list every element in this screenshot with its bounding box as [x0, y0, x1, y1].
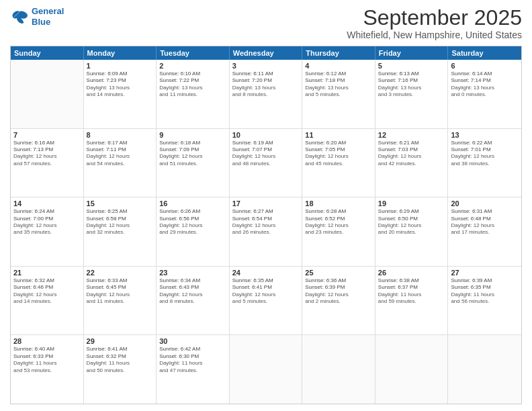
day-number: 28 [13, 337, 81, 345]
calendar-cell: 11Sunrise: 6:20 AMSunset: 7:05 PMDayligh… [302, 129, 375, 197]
daylight-text2: and 42 minutes. [378, 161, 445, 167]
calendar-cell: 1Sunrise: 6:09 AMSunset: 7:23 PMDaylight… [84, 60, 157, 128]
daylight-text: Daylight: 12 hours [305, 222, 372, 229]
sunset-text: Sunset: 7:23 PM [87, 77, 154, 84]
calendar-cell: 16Sunrise: 6:26 AMSunset: 6:56 PMDayligh… [157, 197, 230, 266]
daylight-text: Daylight: 12 hours [87, 153, 154, 160]
sunset-text: Sunset: 7:07 PM [232, 146, 300, 153]
daylight-text2: and 8 minutes. [159, 298, 226, 305]
sunrise-text: Sunrise: 6:09 AM [87, 71, 154, 77]
daylight-text: Daylight: 12 hours [13, 291, 81, 298]
sunrise-text: Sunrise: 6:22 AM [451, 140, 519, 146]
sunset-text: Sunset: 6:50 PM [378, 216, 445, 222]
day-number: 29 [87, 337, 154, 345]
day-number: 10 [232, 131, 300, 139]
daylight-text: Daylight: 11 hours [13, 360, 81, 367]
sunrise-text: Sunrise: 6:18 AM [159, 140, 226, 146]
daylight-text2: and 32 minutes. [87, 229, 154, 236]
calendar-cell: 23Sunrise: 6:34 AMSunset: 6:43 PMDayligh… [157, 267, 230, 335]
daylight-text: Daylight: 13 hours [87, 85, 154, 91]
header-cell-saturday: Saturday [448, 46, 521, 60]
calendar-row-1: 7Sunrise: 6:16 AMSunset: 7:13 PMDaylight… [11, 128, 521, 197]
daylight-text: Daylight: 11 hours [159, 360, 226, 367]
daylight-text2: and 48 minutes. [232, 161, 300, 167]
title-block: September 2025 Whitefield, New Hampshire… [347, 7, 522, 40]
daylight-text2: and 14 minutes. [87, 91, 154, 98]
daylight-text2: and 53 minutes. [13, 367, 81, 374]
sunrise-text: Sunrise: 6:17 AM [87, 140, 154, 146]
day-number: 18 [305, 199, 372, 208]
calendar-row-3: 21Sunrise: 6:32 AMSunset: 6:46 PMDayligh… [11, 266, 521, 335]
daylight-text: Daylight: 13 hours [378, 85, 445, 91]
daylight-text2: and 59 minutes. [378, 298, 445, 305]
sunrise-text: Sunrise: 6:27 AM [232, 208, 300, 215]
day-number: 24 [232, 269, 300, 277]
daylight-text2: and 2 minutes. [305, 298, 372, 305]
location: Whitefield, New Hampshire, United States [347, 30, 522, 40]
sunset-text: Sunset: 7:16 PM [378, 77, 445, 84]
calendar-cell: 15Sunrise: 6:25 AMSunset: 6:58 PMDayligh… [84, 197, 157, 266]
sunrise-text: Sunrise: 6:28 AM [305, 208, 372, 215]
daylight-text: Daylight: 12 hours [451, 153, 519, 160]
calendar-cell: 30Sunrise: 6:42 AMSunset: 6:30 PMDayligh… [157, 335, 230, 404]
sunrise-text: Sunrise: 6:26 AM [159, 208, 226, 215]
daylight-text2: and 11 minutes. [159, 91, 226, 98]
calendar-row-2: 14Sunrise: 6:24 AMSunset: 7:00 PMDayligh… [11, 197, 521, 266]
daylight-text2: and 14 minutes. [13, 298, 81, 305]
calendar-cell: 3Sunrise: 6:11 AMSunset: 7:20 PMDaylight… [230, 60, 303, 128]
calendar-cell: 5Sunrise: 6:13 AMSunset: 7:16 PMDaylight… [375, 60, 449, 128]
daylight-text: Daylight: 12 hours [232, 153, 300, 160]
calendar-cell: 22Sunrise: 6:33 AMSunset: 6:45 PMDayligh… [84, 267, 157, 335]
day-number: 7 [13, 131, 81, 139]
sunset-text: Sunset: 7:03 PM [378, 146, 445, 153]
sunrise-text: Sunrise: 6:12 AM [305, 71, 372, 77]
day-number: 12 [378, 131, 445, 139]
daylight-text2: and 17 minutes. [451, 229, 519, 236]
day-number: 4 [305, 62, 372, 70]
daylight-text: Daylight: 12 hours [13, 153, 81, 160]
daylight-text2: and 47 minutes. [159, 367, 226, 374]
sunrise-text: Sunrise: 6:10 AM [159, 71, 226, 77]
daylight-text: Daylight: 13 hours [305, 85, 372, 91]
sunrise-text: Sunrise: 6:20 AM [305, 140, 372, 146]
calendar-cell [230, 335, 303, 404]
logo-blue: Blue [32, 17, 50, 27]
calendar: SundayMondayTuesdayWednesdayThursdayFrid… [10, 46, 522, 404]
daylight-text: Daylight: 12 hours [451, 222, 519, 229]
calendar-cell [375, 335, 449, 404]
daylight-text: Daylight: 12 hours [159, 291, 226, 298]
header: General Blue September 2025 Whitefield, … [10, 7, 522, 40]
sunset-text: Sunset: 7:22 PM [159, 77, 226, 84]
day-number: 6 [451, 62, 519, 70]
daylight-text2: and 57 minutes. [13, 161, 81, 167]
day-number: 8 [87, 131, 154, 139]
daylight-text2: and 11 minutes. [87, 298, 154, 305]
day-number: 5 [378, 62, 445, 70]
daylight-text: Daylight: 12 hours [159, 222, 226, 229]
daylight-text2: and 26 minutes. [232, 229, 300, 236]
daylight-text2: and 5 minutes. [305, 91, 372, 98]
calendar-cell: 21Sunrise: 6:32 AMSunset: 6:46 PMDayligh… [11, 267, 84, 335]
calendar-cell [11, 60, 84, 128]
sunrise-text: Sunrise: 6:42 AM [159, 346, 226, 353]
calendar-cell: 14Sunrise: 6:24 AMSunset: 7:00 PMDayligh… [11, 197, 84, 266]
day-number: 22 [87, 269, 154, 277]
day-number: 9 [159, 131, 226, 139]
header-cell-monday: Monday [84, 46, 157, 60]
calendar-cell: 13Sunrise: 6:22 AMSunset: 7:01 PMDayligh… [448, 129, 521, 197]
daylight-text2: and 50 minutes. [87, 367, 154, 374]
sunset-text: Sunset: 7:13 PM [13, 146, 81, 153]
header-cell-sunday: Sunday [11, 46, 84, 60]
daylight-text: Daylight: 12 hours [232, 222, 300, 229]
day-number: 13 [451, 131, 519, 139]
sunset-text: Sunset: 7:14 PM [451, 77, 519, 84]
daylight-text2: and 3 minutes. [378, 91, 445, 98]
sunset-text: Sunset: 6:39 PM [305, 284, 372, 291]
daylight-text2: and 23 minutes. [305, 229, 372, 236]
calendar-cell: 12Sunrise: 6:21 AMSunset: 7:03 PMDayligh… [375, 129, 449, 197]
sunrise-text: Sunrise: 6:38 AM [378, 277, 445, 284]
day-number: 1 [87, 62, 154, 70]
sunrise-text: Sunrise: 6:41 AM [87, 346, 154, 353]
day-number: 15 [87, 199, 154, 208]
calendar-cell: 26Sunrise: 6:38 AMSunset: 6:37 PMDayligh… [375, 267, 449, 335]
